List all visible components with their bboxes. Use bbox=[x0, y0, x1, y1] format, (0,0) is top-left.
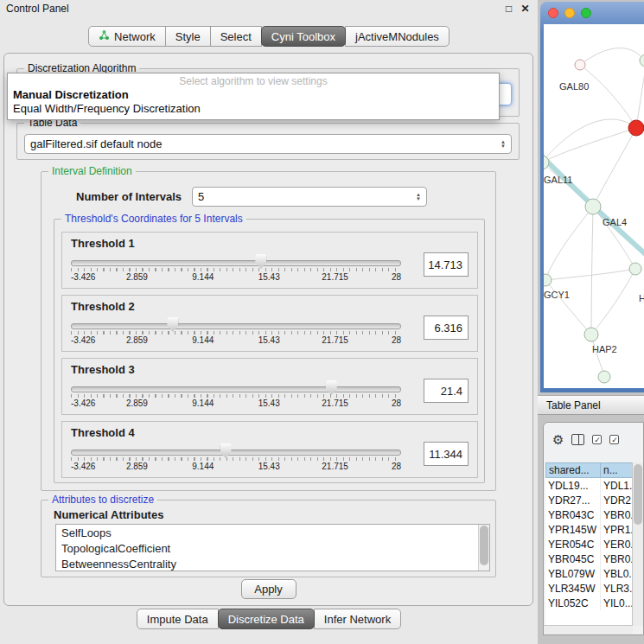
apply-button[interactable]: Apply bbox=[241, 579, 296, 599]
scale-tick-label: 28 bbox=[392, 399, 401, 408]
threshold-rows: Threshold 1 -3.4262.8599.14415.4321.7152… bbox=[61, 232, 478, 484]
table-cell[interactable]: YDL1... bbox=[601, 478, 633, 493]
slider-track[interactable] bbox=[71, 450, 401, 456]
numerical-attributes-list[interactable]: SelfLoopsTopologicalCoefficientBetweenne… bbox=[55, 524, 490, 571]
network-node[interactable] bbox=[575, 60, 585, 70]
table-row[interactable]: YPR145WYPR1... bbox=[545, 522, 633, 537]
attribute-list-item[interactable]: BetweennessCentrality bbox=[56, 557, 478, 571]
slider-thumb[interactable] bbox=[255, 254, 266, 269]
table-cell[interactable]: YPR1... bbox=[601, 522, 633, 537]
table-vertical-scrollbar[interactable] bbox=[632, 462, 643, 626]
close-icon[interactable]: ✕ bbox=[519, 3, 532, 15]
scrollbar-thumb[interactable] bbox=[480, 526, 488, 565]
table-cell[interactable]: YBR0... bbox=[601, 552, 633, 566]
network-canvas[interactable]: GAL80 GAL11 GAL4 GCY1 HAP2 H bbox=[544, 24, 644, 388]
table-cell[interactable]: YER0... bbox=[601, 537, 633, 552]
table-cell[interactable]: YBL0... bbox=[601, 566, 633, 581]
slider-thumb[interactable] bbox=[220, 443, 232, 458]
scale-tick-label: 9.144 bbox=[192, 399, 214, 408]
table-cell[interactable]: YDR27... bbox=[545, 493, 601, 507]
slider-track[interactable] bbox=[71, 260, 401, 266]
zoom-window-button[interactable] bbox=[581, 8, 591, 18]
list-scrollbar[interactable] bbox=[478, 525, 489, 571]
dropdown-placeholder-option[interactable]: Select algorithm to view settings bbox=[8, 75, 499, 88]
number-of-intervals-label: Number of Intervals bbox=[76, 190, 182, 203]
gear-icon[interactable]: ⚙ bbox=[552, 433, 564, 446]
table-cell[interactable]: YPR145W bbox=[545, 522, 601, 537]
checkbox-icon[interactable]: ✓ bbox=[609, 435, 619, 444]
table-row[interactable]: YER054CYER0... bbox=[545, 537, 633, 552]
network-node[interactable] bbox=[629, 263, 641, 275]
threshold-1-row: Threshold 1 -3.4262.8599.14415.4321.7152… bbox=[61, 232, 478, 289]
network-node[interactable] bbox=[584, 328, 598, 341]
table-panel-titlebar: Table Panel bbox=[538, 395, 644, 415]
table-row[interactable]: YDL19...YDL1... bbox=[545, 478, 633, 493]
tab-cyni-toolbox[interactable]: Cyni Toolbox bbox=[261, 26, 346, 47]
attribute-list-item[interactable]: TopologicalCoefficient bbox=[56, 541, 478, 557]
number-of-intervals-combobox[interactable]: 5 ▲▼ bbox=[192, 187, 427, 207]
minimize-window-button[interactable] bbox=[564, 8, 575, 18]
threshold-4-slider[interactable]: -3.4262.8599.14415.4321.71528 bbox=[71, 442, 401, 474]
tab-network[interactable]: Network bbox=[88, 26, 166, 47]
tab-discretize-data[interactable]: Discretize Data bbox=[218, 609, 315, 629]
table-row[interactable]: YLR345WYLR3... bbox=[545, 581, 633, 596]
table-row[interactable]: YBL079WYBL0... bbox=[545, 566, 633, 581]
table-data-combobox[interactable]: galFiltered.sif default node ▲▼ bbox=[24, 134, 512, 154]
dropdown-option-manual[interactable]: Manual Discretization bbox=[8, 88, 499, 102]
table-cell[interactable]: YLR345W bbox=[545, 581, 601, 596]
table-cell[interactable]: YBR0... bbox=[601, 507, 633, 522]
table-cell[interactable]: YDL19... bbox=[545, 478, 601, 493]
checkbox-icon[interactable]: ✓ bbox=[592, 435, 602, 444]
table-row[interactable]: YBR043CYBR0... bbox=[545, 507, 633, 522]
tab-label: Cyni Toolbox bbox=[271, 30, 335, 43]
tab-style[interactable]: Style bbox=[165, 26, 211, 47]
column-header[interactable]: shared... bbox=[545, 462, 601, 478]
network-node[interactable] bbox=[598, 371, 610, 383]
table-row[interactable]: YIL052CYIL0... bbox=[545, 596, 633, 610]
combo-stepper-icon: ▲▼ bbox=[411, 193, 421, 201]
table-cell[interactable]: YIL0... bbox=[601, 596, 633, 610]
threshold-value-field[interactable]: 11.344 bbox=[424, 442, 469, 466]
tab-select[interactable]: Select bbox=[210, 26, 262, 47]
tab-impute-data[interactable]: Impute Data bbox=[137, 609, 219, 629]
float-window-icon[interactable]: □ bbox=[502, 3, 515, 15]
table-cell[interactable]: YBR043C bbox=[545, 507, 601, 522]
tab-infer-network[interactable]: Infer Network bbox=[314, 609, 401, 629]
network-node[interactable] bbox=[544, 156, 549, 169]
selected-network-node[interactable] bbox=[628, 120, 644, 136]
attribute-list-item[interactable]: SelfLoops bbox=[56, 526, 478, 541]
slider-thumb[interactable] bbox=[326, 380, 337, 395]
table-row[interactable]: YDR27...YDR2... bbox=[545, 493, 633, 507]
dropdown-option-equal-width[interactable]: Equal Width/Frequency Discretization bbox=[8, 102, 499, 116]
table-horizontal-scrollbar[interactable] bbox=[544, 625, 633, 634]
slider-scale: -3.4262.8599.14415.4321.71528 bbox=[71, 462, 401, 472]
slider-ticks bbox=[71, 268, 401, 271]
table-cell[interactable]: YDR2... bbox=[601, 493, 633, 507]
table-row[interactable]: YBR045CYBR0... bbox=[545, 552, 633, 566]
close-window-button[interactable] bbox=[548, 8, 558, 18]
threshold-1-slider[interactable]: -3.4262.8599.14415.4321.71528 bbox=[71, 252, 401, 284]
table-cell[interactable]: YBL079W bbox=[545, 566, 601, 581]
scrollbar-thumb[interactable] bbox=[634, 464, 642, 525]
table-cell[interactable]: YIL052C bbox=[545, 596, 601, 610]
tab-jactivemodules[interactable]: jActiveMNodules bbox=[345, 26, 450, 47]
slider-thumb[interactable] bbox=[167, 317, 178, 332]
scale-tick-label: 28 bbox=[392, 335, 401, 345]
threshold-value-field[interactable]: 21.4 bbox=[424, 379, 469, 403]
network-node[interactable] bbox=[585, 199, 601, 214]
network-node[interactable] bbox=[544, 274, 552, 286]
slider-track[interactable] bbox=[71, 386, 401, 392]
threshold-value-field[interactable]: 6.316 bbox=[424, 316, 469, 340]
column-header[interactable]: n... bbox=[600, 462, 633, 478]
threshold-2-slider[interactable]: -3.4262.8599.14415.4321.71528 bbox=[71, 316, 401, 348]
threshold-3-slider[interactable]: -3.4262.8599.14415.4321.71528 bbox=[71, 379, 401, 411]
table-cell[interactable]: YER054C bbox=[545, 537, 601, 552]
table-cell[interactable]: YLR3... bbox=[601, 581, 633, 596]
combo-stepper-icon: ▲▼ bbox=[495, 140, 506, 149]
bottom-tab-bar: Impute Data Discretize Data Infer Networ… bbox=[0, 609, 538, 629]
slider-track[interactable] bbox=[71, 323, 401, 329]
threshold-value-field[interactable]: 14.713 bbox=[424, 252, 469, 277]
scale-tick-label: 21.715 bbox=[322, 462, 348, 471]
columns-icon[interactable] bbox=[571, 434, 584, 445]
table-cell[interactable]: YBR045C bbox=[545, 552, 601, 566]
